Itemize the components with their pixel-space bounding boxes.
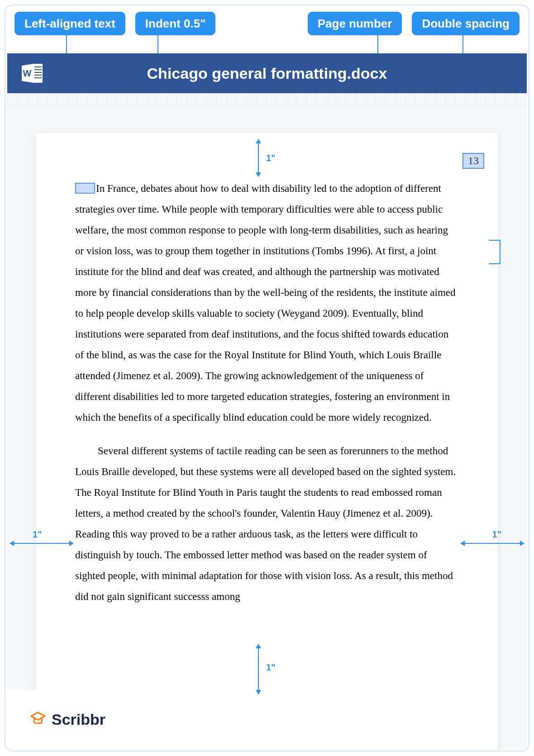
document-title: Chicago general formatting.docx: [7, 65, 527, 82]
word-header: W Chicago general formatting.docx: [7, 53, 527, 93]
paragraph-1-text: In France, debates about how to deal wit…: [75, 183, 456, 423]
indent-highlight: [75, 183, 95, 194]
diagram-frame: Left-aligned text Indent 0.5" Page numbe…: [5, 5, 529, 751]
body-text: In France, debates about how to deal wit…: [75, 178, 459, 612]
label-double-spacing: Double spacing: [412, 12, 520, 35]
scribbr-text: Scribbr: [52, 711, 105, 728]
page-background: 13 1" In France, debates about how to de…: [7, 106, 527, 749]
document-page: 13 1" In France, debates about how to de…: [36, 133, 498, 751]
ruler: [7, 93, 527, 106]
top-margin-arrow: [258, 139, 259, 176]
right-margin-label: 1": [492, 529, 501, 540]
label-indent: Indent 0.5": [135, 12, 216, 35]
bottom-margin-arrow: [258, 644, 259, 694]
scribbr-brand: Scribbr: [7, 690, 143, 749]
paragraph-2: Several different systems of tactile rea…: [75, 441, 459, 607]
left-margin-label: 1": [33, 529, 42, 540]
bottom-margin-label: 1": [266, 662, 276, 673]
left-margin-arrow: [10, 543, 73, 544]
label-left-aligned: Left-aligned text: [14, 12, 125, 35]
label-page-number: Page number: [308, 12, 402, 35]
annotation-labels-row: Left-aligned text Indent 0.5" Page numbe…: [5, 12, 529, 39]
right-margin-arrow: [461, 543, 524, 544]
top-margin-label: 1": [266, 153, 276, 163]
paragraph-1: In France, debates about how to deal wit…: [75, 178, 459, 428]
double-spacing-bracket: [489, 240, 501, 264]
paragraph-2-text: Several different systems of tactile rea…: [75, 445, 456, 602]
scribbr-icon: [29, 709, 52, 729]
page-number: 13: [462, 153, 484, 169]
